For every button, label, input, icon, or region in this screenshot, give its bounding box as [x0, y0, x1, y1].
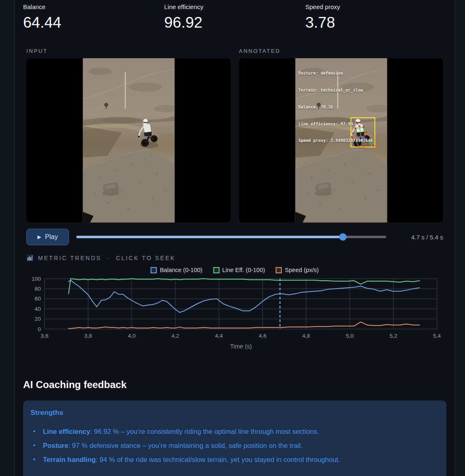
input-label: INPUT: [26, 48, 231, 54]
video-labels-row: INPUT ANNOTATED: [26, 48, 443, 54]
bullet-text: : 94 % of the ride was technical/slow te…: [96, 456, 340, 463]
annotated-label: ANNOTATED: [239, 48, 443, 54]
trends-header-label: METRIC TRENDS · CLICK TO SEEK: [38, 255, 175, 261]
slider-thumb[interactable]: [339, 233, 347, 241]
bullet-icon: •: [33, 455, 35, 463]
input-video-frame: [83, 58, 175, 223]
legend-label: Line Eff. (0-100): [222, 267, 265, 273]
time-display: 4.7 s / 5.4 s: [394, 234, 443, 241]
svg-text:60: 60: [35, 296, 41, 302]
player-controls: ▶ Play 4.7 s / 5.4 s: [26, 229, 443, 245]
trends-header: METRIC TRENDS · CLICK TO SEEK: [26, 254, 443, 261]
metric-balance: Balance 64.44: [23, 3, 164, 31]
legend-item-balance[interactable]: Balance (0-100): [151, 267, 202, 273]
annotated-video-panel: Posture: defensive Terrain: technical_or…: [239, 58, 443, 223]
legend-swatch-speed: [276, 267, 282, 273]
svg-text:40: 40: [35, 306, 41, 312]
bullet-icon: •: [33, 441, 35, 449]
metric-value: 3.78: [305, 14, 446, 31]
metric-label: Balance: [23, 3, 164, 10]
metric-line-efficiency: Line efficiency 96.92: [164, 3, 305, 31]
input-video: [83, 58, 175, 223]
svg-text:0: 0: [38, 326, 41, 332]
svg-text:4,2: 4,2: [172, 333, 179, 339]
list-item: •Terrain handling: 94 % of the ride was …: [31, 456, 439, 464]
list-item: •Posture: 97 % defensive stance – you’re…: [31, 442, 439, 450]
list-item: •Line efficiency: 96.92 % – you’re consi…: [31, 428, 439, 436]
chart-legend: Balance (0-100) Line Eff. (0-100) Speed …: [26, 267, 443, 273]
svg-text:3,6: 3,6: [41, 333, 49, 339]
overlay-balance: Balance: 70.36: [298, 104, 373, 110]
input-video-panel: [26, 58, 231, 223]
bullet-text: : 97 % defensive stance – you’re maintai…: [68, 442, 302, 449]
metric-speed-proxy: Speed proxy 3.78: [305, 3, 446, 31]
svg-text:4,4: 4,4: [215, 333, 223, 339]
video-panels-row: Posture: defensive Terrain: technical_or…: [26, 58, 443, 223]
svg-text:4,0: 4,0: [128, 333, 136, 339]
svg-text:5,0: 5,0: [346, 333, 354, 339]
metrics-row: Balance 64.44 Line efficiency 96.92 Spee…: [15, 3, 455, 31]
legend-item-speed[interactable]: Speed (px/s): [276, 267, 319, 273]
strengths-card: Strengths •Line efficiency: 96.92 % – yo…: [23, 400, 446, 476]
overlay-speed-proxy: Speed proxy: 2.949832074901646: [298, 138, 373, 144]
annotation-readout: Posture: defensive Terrain: technical_or…: [298, 59, 373, 155]
bullet-text: : 96.92 % – you’re consistently riding t…: [90, 428, 319, 435]
strengths-title: Strengths: [31, 409, 439, 417]
annotated-video-frame: Posture: defensive Terrain: technical_or…: [295, 58, 387, 223]
svg-text:80: 80: [35, 286, 41, 292]
play-button[interactable]: ▶ Play: [26, 229, 69, 245]
metric-value: 96.92: [164, 14, 305, 31]
slider-fill: [76, 236, 343, 238]
svg-text:5,4: 5,4: [433, 333, 441, 339]
seek-slider[interactable]: [76, 233, 386, 241]
strengths-list: •Line efficiency: 96.92 % – you’re consi…: [31, 428, 439, 464]
svg-text:Time (s): Time (s): [230, 343, 252, 350]
svg-text:3,8: 3,8: [84, 333, 92, 339]
legend-label: Balance (0-100): [160, 267, 202, 273]
svg-text:20: 20: [35, 316, 41, 322]
bullet-lead: Line efficiency: [43, 428, 90, 435]
svg-text:4,6: 4,6: [259, 333, 267, 339]
overlay-posture: Posture: defensive: [298, 71, 373, 76]
overlay-terrain: Terrain: technical_or_slow: [298, 88, 373, 93]
legend-label: Speed (px/s): [285, 267, 319, 273]
metric-value: 64.44: [23, 14, 164, 31]
metric-label: Line efficiency: [164, 3, 305, 10]
play-icon: ▶: [38, 234, 41, 239]
bullet-lead: Posture: [43, 442, 68, 449]
bullet-icon: •: [33, 427, 35, 435]
legend-item-line-eff[interactable]: Line Eff. (0-100): [213, 267, 265, 273]
legend-swatch-balance: [151, 267, 157, 273]
play-button-label: Play: [45, 233, 58, 241]
svg-text:100: 100: [31, 276, 41, 282]
svg-text:4,8: 4,8: [302, 333, 310, 339]
legend-swatch-line-eff: [213, 267, 220, 273]
main-content: Balance 64.44 Line efficiency 96.92 Spee…: [14, 0, 455, 476]
overlay-line-efficiency: Line efficiency: 97.93: [298, 121, 373, 127]
metric-label: Speed proxy: [305, 3, 446, 10]
bar-chart-icon: [26, 254, 33, 261]
svg-text:5,2: 5,2: [389, 333, 397, 339]
coaching-heading: AI Coaching feedback: [15, 379, 455, 391]
bullet-lead: Terrain handling: [43, 456, 96, 463]
metric-trends-chart[interactable]: 0204060801003,63,84,04,24,44,64,85,05,25…: [26, 275, 445, 355]
